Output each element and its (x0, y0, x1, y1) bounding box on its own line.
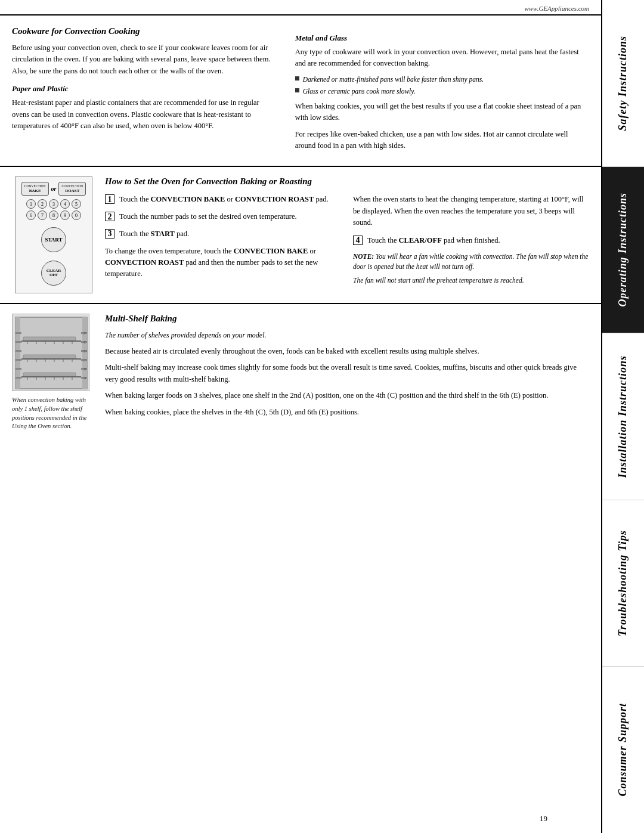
svg-rect-8 (16, 377, 21, 379)
shelf-caption: When convection baking with only 1 shelf… (12, 396, 95, 431)
paper-plastic-body: Heat-resistant paper and plastic contain… (12, 97, 277, 132)
start-label: START (45, 237, 62, 243)
svg-rect-0 (16, 317, 87, 389)
num-btn-9[interactable]: 9 (60, 210, 70, 220)
convection-bake-btn[interactable]: CONVECTION BAKE (21, 182, 49, 196)
sidebar-item-troubleshooting[interactable]: Troubleshooting Tips (602, 500, 644, 667)
num-btn-0[interactable]: 0 (72, 210, 81, 220)
sidebar-item-consumer[interactable]: Consumer Support (602, 667, 644, 833)
step-4: 4 Touch the CLEAR/OFF pad when finished. (353, 235, 589, 246)
fan-text: The fan will not start until the preheat… (353, 275, 589, 286)
cookware-right-col: Metal and Glass Any type of cookware wil… (289, 26, 589, 156)
bake-label: CONVECTION (24, 184, 46, 188)
roast-label: CONVECTION (61, 184, 83, 188)
svg-text:B: B (83, 367, 86, 371)
convection-roast-btn[interactable]: CONVECTION ROAST (58, 182, 86, 196)
multishelf-section: F E D C B A (0, 304, 601, 443)
oven-right-col: When the oven starts to heat the changin… (353, 194, 589, 285)
change-temp-text: To change the oven temperature, touch th… (105, 246, 341, 280)
svg-text:A: A (83, 376, 86, 380)
bullet-2: Glass or ceramic pans cook more slowly. (295, 86, 589, 96)
website-url: www.GEAppliances.com (524, 5, 589, 12)
start-btn[interactable]: START (41, 227, 66, 252)
step-1: 1 Touch the CONVECTION BAKE or CONVECTIO… (105, 194, 341, 205)
svg-text:E: E (83, 340, 86, 345)
metal-glass-body: Any type of cookware will work in your c… (295, 47, 589, 70)
step-2: 2 Touch the number pads to set the desir… (105, 211, 341, 222)
svg-text:F: F (83, 331, 86, 336)
sidebar-label-troubleshooting: Troubleshooting Tips (617, 530, 630, 636)
oven-section: CONVECTION BAKE or CONVECTION ROAST 1 2 … (0, 167, 601, 304)
shelf-content-col: Multi-Shelf Baking The number of shelves… (105, 314, 589, 431)
num-btn-1[interactable]: 1 (26, 199, 36, 209)
num-btn-4[interactable]: 4 (60, 199, 70, 209)
multishelf-body2: Multi-shelf baking may increase cook tim… (105, 362, 589, 385)
bullet-1: Darkened or matte-finished pans will bak… (295, 75, 589, 84)
num-btn-6[interactable]: 6 (26, 210, 36, 220)
paper-plastic-title: Paper and Plastic (12, 84, 277, 94)
svg-rect-7 (16, 368, 21, 370)
svg-rect-3 (16, 332, 21, 334)
svg-rect-6 (16, 359, 21, 361)
step-2-num: 2 (105, 212, 114, 221)
multishelf-body4: When baking cookies, place the shelves i… (105, 407, 589, 418)
num-btn-8[interactable]: 8 (49, 210, 58, 220)
bullet-1-text: Darkened or matte-finished pans will bak… (303, 75, 484, 84)
bake-sub: BAKE (29, 188, 41, 193)
sidebar-label-installation: Installation Instructions (617, 355, 630, 478)
sidebar-label-safety: Safety Instructions (617, 36, 630, 131)
oven-two-col: 1 Touch the CONVECTION BAKE or CONVECTIO… (105, 194, 589, 285)
num-btn-5[interactable]: 5 (72, 199, 81, 209)
sidebar-item-safety[interactable]: Safety Instructions (602, 0, 644, 167)
oven-section-title: How to Set the Oven for Convection Bakin… (105, 176, 589, 187)
step-1-num: 1 (105, 194, 114, 204)
sidebar-item-installation[interactable]: Installation Instructions (602, 333, 644, 500)
num-row-2: 6 7 8 9 0 (20, 210, 87, 220)
oven-content-col: How to Set the Oven for Convection Bakin… (105, 176, 589, 293)
clear-label: CLEAROFF (47, 269, 61, 278)
oven-top-buttons: CONVECTION BAKE or CONVECTION ROAST (20, 182, 87, 196)
num-btn-7[interactable]: 7 (38, 210, 47, 220)
metal-glass-title: Metal and Glass (295, 33, 589, 43)
multishelf-title: Multi-Shelf Baking (105, 314, 589, 324)
step-4-text: Touch the CLEAR/OFF pad when finished. (367, 235, 500, 246)
num-row-1: 1 2 3 4 5 (20, 199, 87, 209)
step-3-num: 3 (105, 229, 114, 239)
sidebar-item-operating[interactable]: Operating Instructions (602, 167, 644, 334)
shelf-image: F E D C B A (12, 314, 89, 391)
oven-image-col: CONVECTION BAKE or CONVECTION ROAST 1 2 … (12, 176, 95, 293)
or-text: or (51, 185, 57, 192)
bullet-2-text: Glass or ceramic pans cook more slowly. (303, 86, 416, 96)
shelf-svg: F E D C B A (13, 314, 89, 391)
bullet-square-icon (295, 88, 299, 92)
main-content: www.GEAppliances.com Cookware for Convec… (0, 0, 601, 833)
sidebar-label-operating: Operating Instructions (617, 193, 630, 307)
metal-glass-body2: When baking cookies, you will get the be… (295, 101, 589, 124)
step-3-text: Touch the START pad. (119, 228, 189, 240)
num-btn-3[interactable]: 3 (49, 199, 58, 209)
url-bar: www.GEAppliances.com (0, 0, 601, 16)
svg-text:C: C (83, 358, 86, 363)
cookware-section: Cookware for Convection Cooking Before u… (0, 16, 601, 167)
shelf-image-col: F E D C B A (12, 314, 95, 431)
roast-sub: ROAST (65, 188, 79, 193)
oven-panel: CONVECTION BAKE or CONVECTION ROAST 1 2 … (15, 176, 92, 293)
step-4-num: 4 (353, 236, 363, 245)
svg-text:D: D (83, 349, 86, 354)
svg-rect-5 (16, 350, 21, 352)
step-1-text: Touch the CONVECTION BAKE or CONVECTION … (119, 194, 329, 205)
bullet-square-icon (295, 76, 299, 80)
svg-rect-42 (23, 337, 76, 340)
sidebar: Safety Instructions Operating Instructio… (601, 0, 644, 833)
multishelf-subtitle: The number of shelves provided depends o… (105, 330, 589, 341)
num-btn-2[interactable]: 2 (38, 199, 47, 209)
clear-off-btn[interactable]: CLEAROFF (41, 261, 66, 286)
svg-rect-44 (23, 373, 76, 376)
cookware-left-col: Cookware for Convection Cooking Before u… (12, 26, 289, 156)
note-text: NOTE: You will hear a fan while cooking … (353, 252, 589, 271)
step-2-text: Touch the number pads to set the desired… (119, 211, 297, 222)
metal-glass-body3: For recipes like oven-baked chicken, use… (295, 129, 589, 152)
step-3: 3 Touch the START pad. (105, 228, 341, 240)
multishelf-body3: When baking larger foods on 3 shelves, p… (105, 390, 589, 401)
cookware-body: Before using your convection oven, check… (12, 42, 277, 77)
